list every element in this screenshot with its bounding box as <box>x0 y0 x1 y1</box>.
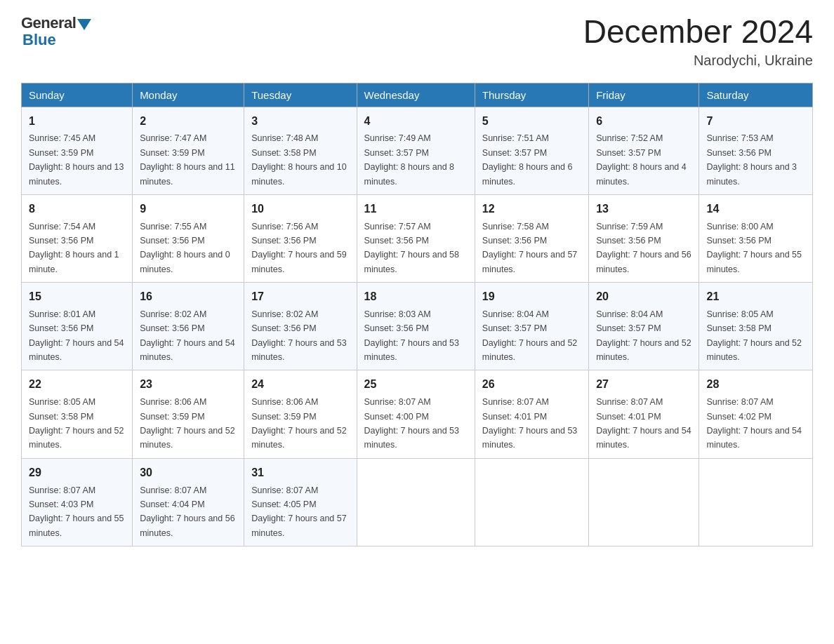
day-info: Sunrise: 8:04 AMSunset: 3:57 PMDaylight:… <box>482 309 578 362</box>
day-info: Sunrise: 8:06 AMSunset: 3:59 PMDaylight:… <box>251 397 347 450</box>
day-info: Sunrise: 8:01 AMSunset: 3:56 PMDaylight:… <box>29 309 124 362</box>
calendar-cell: 6Sunrise: 7:52 AMSunset: 3:57 PMDaylight… <box>589 107 699 194</box>
calendar-week-row: 29Sunrise: 8:07 AMSunset: 4:03 PMDayligh… <box>22 458 813 546</box>
day-number: 6 <box>596 113 691 130</box>
day-info: Sunrise: 7:47 AMSunset: 3:59 PMDaylight:… <box>140 133 235 186</box>
day-number: 29 <box>29 464 125 482</box>
calendar-cell: 8Sunrise: 7:54 AMSunset: 3:56 PMDaylight… <box>22 194 133 282</box>
day-number: 23 <box>140 376 237 394</box>
day-number: 28 <box>706 376 805 394</box>
day-number: 21 <box>706 288 805 306</box>
calendar-cell: 1Sunrise: 7:45 AMSunset: 3:59 PMDaylight… <box>22 107 133 194</box>
calendar-header-row: SundayMondayTuesdayWednesdayThursdayFrid… <box>22 83 813 107</box>
day-number: 15 <box>29 288 125 306</box>
day-info: Sunrise: 8:03 AMSunset: 3:56 PMDaylight:… <box>364 309 460 362</box>
day-info: Sunrise: 8:07 AMSunset: 4:01 PMDaylight:… <box>596 397 691 450</box>
day-number: 10 <box>251 201 349 218</box>
day-info: Sunrise: 7:49 AMSunset: 3:57 PMDaylight:… <box>364 133 455 186</box>
calendar-cell <box>475 458 588 546</box>
logo-general-text: General <box>21 14 76 32</box>
day-info: Sunrise: 8:07 AMSunset: 4:02 PMDaylight:… <box>706 397 802 450</box>
calendar-cell: 9Sunrise: 7:55 AMSunset: 3:56 PMDaylight… <box>133 194 244 282</box>
calendar-cell: 16Sunrise: 8:02 AMSunset: 3:56 PMDayligh… <box>133 283 244 370</box>
day-number: 4 <box>364 113 468 130</box>
calendar-cell: 14Sunrise: 8:00 AMSunset: 3:56 PMDayligh… <box>699 194 813 282</box>
calendar-cell: 3Sunrise: 7:48 AMSunset: 3:58 PMDaylight… <box>244 107 357 194</box>
day-number: 5 <box>482 113 581 130</box>
day-info: Sunrise: 7:51 AMSunset: 3:57 PMDaylight:… <box>482 133 573 186</box>
day-number: 14 <box>706 201 805 218</box>
day-info: Sunrise: 8:02 AMSunset: 3:56 PMDaylight:… <box>140 309 235 362</box>
calendar-cell: 12Sunrise: 7:58 AMSunset: 3:56 PMDayligh… <box>475 194 588 282</box>
calendar-cell: 30Sunrise: 8:07 AMSunset: 4:04 PMDayligh… <box>133 458 244 546</box>
calendar-cell: 11Sunrise: 7:57 AMSunset: 3:56 PMDayligh… <box>357 194 475 282</box>
location-subtitle: Narodychi, Ukraine <box>583 53 813 69</box>
day-number: 9 <box>140 201 237 218</box>
day-number: 8 <box>29 201 125 218</box>
calendar-cell: 20Sunrise: 8:04 AMSunset: 3:57 PMDayligh… <box>589 283 699 370</box>
day-number: 17 <box>251 288 349 306</box>
day-info: Sunrise: 7:45 AMSunset: 3:59 PMDaylight:… <box>29 133 124 186</box>
calendar-week-row: 15Sunrise: 8:01 AMSunset: 3:56 PMDayligh… <box>22 283 813 370</box>
day-info: Sunrise: 8:06 AMSunset: 3:59 PMDaylight:… <box>140 397 235 450</box>
day-number: 18 <box>364 288 468 306</box>
day-number: 12 <box>482 201 581 218</box>
calendar-cell: 4Sunrise: 7:49 AMSunset: 3:57 PMDaylight… <box>357 107 475 194</box>
page-header: General Blue December 2024 Narodychi, Uk… <box>21 14 813 69</box>
header-tuesday: Tuesday <box>244 83 357 107</box>
calendar-cell: 26Sunrise: 8:07 AMSunset: 4:01 PMDayligh… <box>475 370 588 458</box>
calendar-cell: 7Sunrise: 7:53 AMSunset: 3:56 PMDaylight… <box>699 107 813 194</box>
title-block: December 2024 Narodychi, Ukraine <box>583 14 813 69</box>
calendar-cell: 18Sunrise: 8:03 AMSunset: 3:56 PMDayligh… <box>357 283 475 370</box>
day-number: 3 <box>251 113 349 130</box>
day-number: 7 <box>706 113 805 130</box>
calendar-cell: 10Sunrise: 7:56 AMSunset: 3:56 PMDayligh… <box>244 194 357 282</box>
day-info: Sunrise: 8:07 AMSunset: 4:03 PMDaylight:… <box>29 485 124 538</box>
day-number: 25 <box>364 376 468 394</box>
day-info: Sunrise: 8:00 AMSunset: 3:56 PMDaylight:… <box>706 222 802 274</box>
calendar-cell: 28Sunrise: 8:07 AMSunset: 4:02 PMDayligh… <box>699 370 813 458</box>
day-info: Sunrise: 8:07 AMSunset: 4:04 PMDaylight:… <box>140 485 235 538</box>
day-number: 19 <box>482 288 581 306</box>
logo: General Blue <box>21 14 91 49</box>
day-info: Sunrise: 8:04 AMSunset: 3:57 PMDaylight:… <box>596 309 691 362</box>
day-number: 16 <box>140 288 237 306</box>
day-info: Sunrise: 8:02 AMSunset: 3:56 PMDaylight:… <box>251 309 347 362</box>
day-info: Sunrise: 7:48 AMSunset: 3:58 PMDaylight:… <box>251 133 347 186</box>
calendar-cell: 24Sunrise: 8:06 AMSunset: 3:59 PMDayligh… <box>244 370 357 458</box>
header-friday: Friday <box>589 83 699 107</box>
calendar-table: SundayMondayTuesdayWednesdayThursdayFrid… <box>21 83 813 546</box>
day-number: 24 <box>251 376 349 394</box>
day-info: Sunrise: 7:57 AMSunset: 3:56 PMDaylight:… <box>364 222 460 274</box>
header-wednesday: Wednesday <box>357 83 475 107</box>
header-saturday: Saturday <box>699 83 813 107</box>
calendar-cell: 19Sunrise: 8:04 AMSunset: 3:57 PMDayligh… <box>475 283 588 370</box>
calendar-cell: 22Sunrise: 8:05 AMSunset: 3:58 PMDayligh… <box>22 370 133 458</box>
calendar-week-row: 8Sunrise: 7:54 AMSunset: 3:56 PMDaylight… <box>22 194 813 282</box>
day-info: Sunrise: 7:59 AMSunset: 3:56 PMDaylight:… <box>596 222 691 274</box>
header-thursday: Thursday <box>475 83 588 107</box>
header-monday: Monday <box>133 83 244 107</box>
day-info: Sunrise: 8:07 AMSunset: 4:01 PMDaylight:… <box>482 397 578 450</box>
logo-arrow-icon <box>77 19 91 30</box>
calendar-week-row: 1Sunrise: 7:45 AMSunset: 3:59 PMDaylight… <box>22 107 813 194</box>
calendar-cell: 29Sunrise: 8:07 AMSunset: 4:03 PMDayligh… <box>22 458 133 546</box>
day-info: Sunrise: 7:56 AMSunset: 3:56 PMDaylight:… <box>251 222 347 274</box>
day-info: Sunrise: 8:05 AMSunset: 3:58 PMDaylight:… <box>29 397 124 450</box>
day-number: 11 <box>364 201 468 218</box>
calendar-cell: 25Sunrise: 8:07 AMSunset: 4:00 PMDayligh… <box>357 370 475 458</box>
calendar-cell: 21Sunrise: 8:05 AMSunset: 3:58 PMDayligh… <box>699 283 813 370</box>
calendar-cell: 23Sunrise: 8:06 AMSunset: 3:59 PMDayligh… <box>133 370 244 458</box>
calendar-cell: 27Sunrise: 8:07 AMSunset: 4:01 PMDayligh… <box>589 370 699 458</box>
calendar-cell <box>357 458 475 546</box>
day-info: Sunrise: 7:53 AMSunset: 3:56 PMDaylight:… <box>706 133 797 186</box>
calendar-cell: 15Sunrise: 8:01 AMSunset: 3:56 PMDayligh… <box>22 283 133 370</box>
day-info: Sunrise: 8:05 AMSunset: 3:58 PMDaylight:… <box>706 309 802 362</box>
logo-blue-text: Blue <box>22 31 56 49</box>
header-sunday: Sunday <box>22 83 133 107</box>
day-info: Sunrise: 7:55 AMSunset: 3:56 PMDaylight:… <box>140 222 230 274</box>
calendar-week-row: 22Sunrise: 8:05 AMSunset: 3:58 PMDayligh… <box>22 370 813 458</box>
day-number: 26 <box>482 376 581 394</box>
day-number: 27 <box>596 376 691 394</box>
day-info: Sunrise: 8:07 AMSunset: 4:05 PMDaylight:… <box>251 485 347 538</box>
